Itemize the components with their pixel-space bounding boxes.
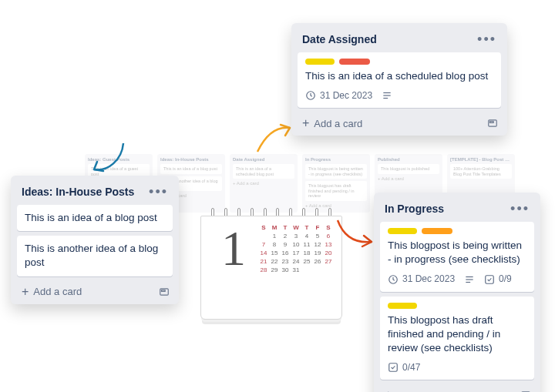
card-text: This is another idea of a blog post xyxy=(25,243,158,268)
list-in-progress: In Progress ••• This blogpost is being w… xyxy=(374,193,540,392)
svg-rect-13 xyxy=(389,364,398,372)
arrow-icon xyxy=(253,117,295,159)
due-date-badge: 31 Dec 2023 xyxy=(388,273,455,285)
calendar-month-number: 1 xyxy=(209,224,258,313)
description-icon xyxy=(382,90,392,101)
card[interactable]: This blogpost is being written - in prog… xyxy=(380,222,534,292)
list-title[interactable]: In Progress xyxy=(385,203,444,215)
label-yellow xyxy=(388,303,417,309)
svg-rect-7 xyxy=(490,122,494,123)
svg-rect-1 xyxy=(162,290,166,291)
plus-icon: + xyxy=(302,117,309,129)
list-title[interactable]: Ideas: In-House Posts xyxy=(22,186,134,198)
card-text: This blogpost is being written - in prog… xyxy=(388,239,526,266)
card[interactable]: This is another idea of a blog post xyxy=(17,236,173,276)
svg-rect-12 xyxy=(486,275,494,283)
add-card-button[interactable]: +Add a card xyxy=(385,389,445,392)
plus-icon: + xyxy=(385,389,392,392)
label-orange xyxy=(422,228,452,234)
clock-icon xyxy=(305,90,316,101)
list-menu-icon[interactable]: ••• xyxy=(477,32,496,46)
plus-icon: + xyxy=(22,286,29,298)
add-card-button[interactable]: +Add a card xyxy=(302,117,362,129)
card[interactable]: This is an idea of a blog post xyxy=(17,205,173,231)
template-icon[interactable] xyxy=(487,118,498,129)
label-yellow xyxy=(305,59,335,65)
card[interactable]: This is an idea of a scheduled blog post… xyxy=(298,52,501,108)
label-red xyxy=(339,59,370,65)
arrow-icon xyxy=(333,216,379,254)
card-text: This blogpost has draft finished and pen… xyxy=(388,313,526,356)
add-card-button[interactable]: +Add a card xyxy=(22,286,82,298)
list-date-assigned: Date Assigned ••• This is an idea of a s… xyxy=(291,23,507,136)
checklist-icon xyxy=(388,362,399,373)
checklist-badge: 0/47 xyxy=(388,361,420,374)
card-text: This is an idea of a scheduled blog post xyxy=(305,69,493,83)
due-date-badge: 31 Dec 2023 xyxy=(305,89,372,102)
card[interactable]: This blogpost has draft finished and pen… xyxy=(380,297,534,380)
checklist-badge: 0/9 xyxy=(484,273,512,285)
calendar-illustration: 1 SMTWTFS 123456 78910111213 14151617181… xyxy=(194,208,348,320)
list-ideas-inhouse: Ideas: In-House Posts ••• This is an ide… xyxy=(11,176,179,304)
list-title[interactable]: Date Assigned xyxy=(302,33,377,45)
clock-icon xyxy=(388,274,399,285)
template-icon[interactable] xyxy=(159,286,170,297)
checklist-icon xyxy=(484,274,495,285)
list-menu-icon[interactable]: ••• xyxy=(510,202,530,216)
list-menu-icon[interactable]: ••• xyxy=(149,185,168,199)
label-yellow xyxy=(388,228,417,234)
card-text: This is an idea of a blog post xyxy=(25,212,157,223)
description-icon xyxy=(464,274,475,285)
